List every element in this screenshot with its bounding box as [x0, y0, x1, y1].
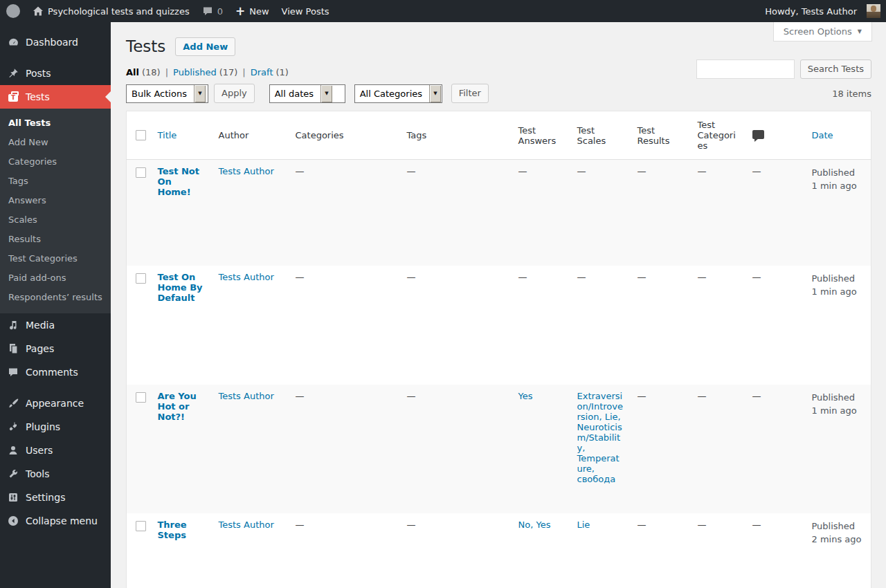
sidebar-item-label: Users	[26, 445, 53, 456]
test-scales-links[interactable]: Extraversion/Introversion, Lie, Neurotic…	[577, 391, 623, 484]
bulk-actions-value: Bulk Actions	[127, 85, 194, 102]
select-all-checkbox[interactable]	[136, 130, 146, 140]
search-box: Search Tests	[696, 59, 871, 79]
column-header-test-categories: Test Categories	[691, 111, 745, 160]
test-scales-links[interactable]: Lie	[577, 520, 590, 530]
wp-logo-menu[interactable]	[0, 0, 26, 22]
submenu-item-answers[interactable]: Answers	[0, 191, 111, 210]
sidebar-item-pages[interactable]: Pages	[0, 337, 111, 360]
test-title-link[interactable]: Are You Hot or Not?!	[158, 391, 197, 422]
wordpress-logo-icon	[6, 4, 20, 18]
test-categories-cell: —	[691, 266, 745, 385]
sidebar-item-tools[interactable]: Tools	[0, 462, 111, 486]
author-link[interactable]: Tests Author	[219, 391, 274, 401]
submenu-item-paid-addons[interactable]: Paid add-ons	[0, 268, 111, 288]
sidebar-item-appearance[interactable]: Appearance	[0, 392, 111, 415]
user-avatar	[867, 4, 880, 18]
menu-separator	[0, 54, 111, 62]
bulk-actions-select[interactable]: Bulk Actions	[126, 84, 208, 103]
submenu-item-add-new[interactable]: Add New	[0, 133, 111, 152]
select-row-checkbox[interactable]	[136, 392, 146, 403]
collapse-arrow-icon	[6, 515, 20, 526]
author-link[interactable]: Tests Author	[219, 520, 274, 530]
admin-bar-comments[interactable]: 0	[196, 0, 229, 22]
test-scales-cell: Lie	[570, 513, 631, 588]
view-published-link[interactable]: Published	[173, 67, 217, 77]
sidebar-item-users[interactable]: Users	[0, 439, 111, 462]
add-new-button[interactable]: Add New	[175, 37, 235, 56]
tags-cell: —	[400, 266, 512, 385]
site-name-link[interactable]: Psychological tests and quizzes	[26, 0, 196, 22]
test-answers-cell: No, Yes	[512, 513, 570, 588]
test-title-link[interactable]: Test Not On Home!	[158, 166, 199, 197]
post-status: Published	[812, 166, 865, 179]
sidebar-item-dashboard[interactable]: Dashboard	[0, 30, 111, 54]
column-header-author: Author	[212, 111, 289, 160]
view-posts-link[interactable]: View Posts	[275, 0, 336, 22]
sidebar-item-tests[interactable]: Tests	[0, 85, 111, 109]
test-results-cell: —	[631, 385, 691, 513]
author-link[interactable]: Tests Author	[219, 166, 274, 176]
submenu-item-test-categories[interactable]: Test Categories	[0, 249, 111, 268]
new-content-menu[interactable]: + New	[229, 0, 275, 22]
sort-title-link[interactable]: Title	[158, 130, 177, 140]
test-answers-links[interactable]: Yes	[518, 391, 533, 401]
sort-date-link[interactable]: Date	[812, 130, 833, 140]
sidebar-item-media[interactable]: Media	[0, 313, 111, 337]
filter-button[interactable]: Filter	[451, 84, 489, 103]
table-body: Test Not On Home! Tests Author — — — — —…	[127, 160, 871, 588]
test-results-cell: —	[631, 160, 691, 266]
page-title: Tests	[126, 37, 165, 57]
post-date: 1 min ago	[812, 404, 865, 417]
select-row-checkbox[interactable]	[136, 273, 146, 284]
select-row-checkbox[interactable]	[136, 167, 146, 178]
submenu-item-tags[interactable]: Tags	[0, 172, 111, 191]
test-scales-cell: Extraversion/Introversion, Lie, Neurotic…	[570, 385, 631, 513]
column-header-test-scales: Test Scales	[570, 111, 631, 160]
select-row-checkbox[interactable]	[136, 521, 146, 531]
sidebar-item-comments[interactable]: Comments	[0, 360, 111, 384]
submenu-item-scales[interactable]: Scales	[0, 210, 111, 230]
new-label: New	[249, 6, 269, 17]
sidebar-item-posts[interactable]: Posts	[0, 62, 111, 85]
submenu-item-respondents-results[interactable]: Respondents’ results	[0, 288, 111, 307]
test-answers-cell: —	[512, 266, 570, 385]
sidebar-item-label: Plugins	[26, 421, 60, 432]
collapse-menu-button[interactable]: Collapse menu	[0, 509, 111, 533]
menu-separator	[0, 384, 111, 392]
sidebar-item-label: Settings	[26, 492, 65, 503]
view-published: Published (17)	[173, 67, 251, 77]
search-input[interactable]	[696, 59, 795, 79]
submenu-item-all-tests[interactable]: All Tests	[0, 113, 111, 133]
column-header-test-answers: Test Answers	[512, 111, 570, 160]
test-title-link[interactable]: Three Steps	[158, 520, 187, 540]
test-title-link[interactable]: Test On Home By Default	[158, 272, 203, 303]
sidebar-item-settings[interactable]: Settings	[0, 486, 111, 509]
my-account-menu[interactable]: Howdy, Tests Author	[759, 0, 886, 22]
search-tests-button[interactable]: Search Tests	[800, 59, 871, 79]
select-arrow-icon	[429, 85, 441, 102]
author-link[interactable]: Tests Author	[219, 272, 274, 282]
tests-list-table: Title Author Categories Tags Test Answer…	[126, 111, 871, 588]
view-draft-link[interactable]: Draft	[251, 67, 273, 77]
post-date: 1 min ago	[812, 179, 865, 192]
table-row: Three Steps Tests Author — — No, Yes Lie…	[127, 513, 871, 588]
home-icon	[33, 6, 44, 17]
dates-filter-select[interactable]: All dates	[269, 84, 345, 103]
categories-filter-select[interactable]: All Categories	[354, 84, 442, 103]
sidebar-item-label: Dashboard	[26, 37, 78, 48]
view-posts-label: View Posts	[282, 6, 329, 17]
apply-button[interactable]: Apply	[214, 84, 255, 103]
post-date: 2 mins ago	[812, 533, 865, 546]
column-header-date: Date	[805, 111, 871, 160]
column-header-comments	[745, 111, 805, 160]
test-answers-links[interactable]: No, Yes	[518, 520, 551, 530]
view-all-link[interactable]: All	[126, 67, 139, 77]
sidebar-item-plugins[interactable]: Plugins	[0, 415, 111, 439]
plugins-icon	[6, 421, 20, 432]
test-scales-cell: —	[570, 266, 631, 385]
submenu-item-results[interactable]: Results	[0, 230, 111, 249]
admin-menu-lower: Media Pages Comments Appearance	[0, 313, 111, 533]
submenu-item-categories[interactable]: Categories	[0, 152, 111, 172]
sidebar-item-label: Posts	[26, 68, 51, 79]
